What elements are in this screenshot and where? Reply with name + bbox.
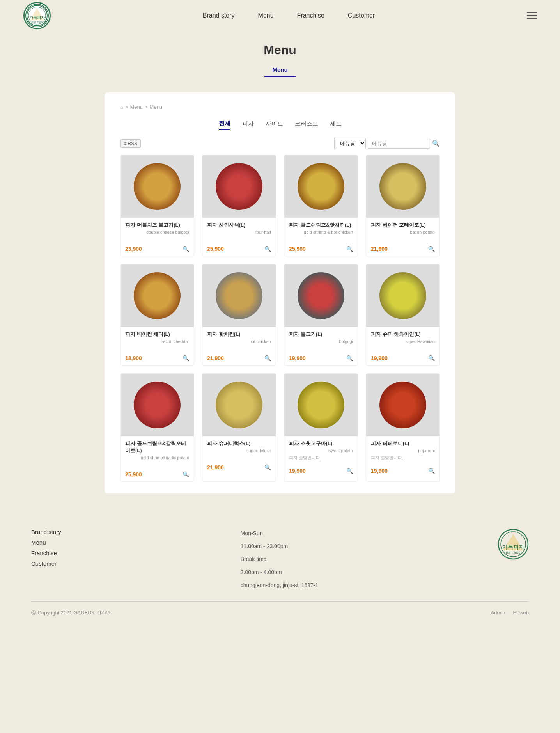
product-detail-button[interactable]: 🔍 [346, 355, 353, 361]
product-name: 피자 불고기(L) [289, 331, 353, 338]
product-card: 피자 골드쉬림프&갈릭포테이토(L) gold shrimp&garlic po… [120, 373, 194, 482]
product-image [366, 264, 439, 327]
toolbar: ≡ RSS 메뉴명 🔍 [120, 138, 440, 149]
product-footer: 25,900 🔍 [284, 246, 358, 256]
footer-admin-link[interactable]: Admin [491, 610, 505, 616]
product-sub: bulgogi [289, 339, 353, 344]
cat-tab-side[interactable]: 사이드 [266, 118, 283, 130]
category-tabs: 전체 피자 사이드 크러스트 세트 [120, 118, 440, 130]
product-name: 피자 페페로니(L) [371, 440, 435, 447]
product-sub: gold shrimp&garlic potato [125, 455, 189, 460]
footer-hours: 11.00am - 23.00pm [241, 541, 318, 551]
page-title: Menu [0, 43, 560, 57]
product-detail-button[interactable]: 🔍 [183, 471, 189, 477]
product-info: 피자 핫치킨(L) hot chicken [202, 327, 276, 355]
product-detail-button[interactable]: 🔍 [264, 246, 271, 252]
pizza-circle [134, 272, 181, 319]
footer-address: chungjeon-dong, jinju-si, 1637-1 [241, 580, 318, 590]
svg-text:EST. 2020: EST. 2020 [32, 21, 43, 23]
product-detail-button[interactable]: 🔍 [428, 246, 435, 252]
product-detail-button[interactable]: 🔍 [264, 464, 271, 470]
product-footer: 21,900 🔍 [202, 464, 276, 474]
product-info: 피자 사인사색(L) four-half [202, 218, 276, 246]
product-price: 19,900 [371, 355, 388, 361]
nav-customer[interactable]: Customer [348, 12, 375, 19]
footer-hdweb-link[interactable]: Hdweb [513, 610, 529, 616]
product-price: 21,900 [207, 464, 224, 470]
pizza-circle [216, 272, 262, 319]
cat-tab-set[interactable]: 세트 [330, 118, 342, 130]
product-detail-button[interactable]: 🔍 [346, 246, 353, 252]
product-detail-button[interactable]: 🔍 [183, 355, 189, 361]
cat-tab-all[interactable]: 전체 [219, 118, 230, 130]
rss-button[interactable]: ≡ RSS [120, 139, 141, 148]
product-footer: 25,900 🔍 [202, 246, 276, 256]
pizza-circle [298, 163, 344, 210]
product-grid: 피자 더블치즈 불고기(L) double cheese bulgogi 23,… [120, 155, 440, 482]
product-footer: 19,900 🔍 [284, 468, 358, 478]
product-price: 19,900 [371, 468, 388, 474]
product-footer: 21,900 🔍 [202, 355, 276, 365]
breadcrumb-level1: Menu [130, 104, 143, 110]
footer: Brand story Menu Franchise Customer Mon-… [0, 509, 560, 628]
pizza-visual [121, 155, 194, 218]
main-content: ⌂ > Menu > Menu 전체 피자 사이드 크러스트 세트 ≡ RSS … [105, 92, 455, 493]
product-price: 25,900 [207, 246, 224, 252]
main-nav: Brand story Menu Franchise Customer [203, 12, 375, 19]
product-footer: 18,900 🔍 [121, 355, 194, 365]
search-category-select[interactable]: 메뉴명 [334, 138, 366, 149]
product-info: 피자 스윗고구마(L) sweet potato 피자 설명입니다. [284, 436, 358, 468]
product-sub: super Hawaiian [371, 339, 435, 344]
product-footer: 21,900 🔍 [366, 246, 439, 256]
product-price: 25,900 [289, 246, 306, 252]
cat-tab-crust[interactable]: 크러스트 [295, 118, 318, 130]
search-input[interactable] [368, 138, 430, 149]
product-detail-button[interactable]: 🔍 [346, 468, 353, 474]
pizza-circle [298, 382, 344, 428]
product-detail-button[interactable]: 🔍 [264, 355, 271, 361]
product-info: 피자 불고기(L) bulgogi [284, 327, 358, 355]
product-desc: 피자 설명입니다. [289, 455, 353, 461]
pizza-visual [202, 264, 276, 327]
product-detail-button[interactable]: 🔍 [428, 355, 435, 361]
search-button[interactable]: 🔍 [432, 140, 440, 147]
hamburger-menu[interactable] [527, 12, 537, 19]
footer-hours-label: Mon-Sun [241, 529, 318, 538]
pizza-visual [366, 264, 439, 327]
product-name: 피자 스윗고구마(L) [289, 440, 353, 447]
product-card: 피자 베이컨 체다(L) bacon cheddar 18,900 🔍 [120, 264, 194, 366]
product-price: 21,900 [207, 355, 224, 361]
product-sub: hot chicken [207, 339, 271, 344]
nav-franchise[interactable]: Franchise [297, 12, 324, 19]
footer-content: Brand story Menu Franchise Customer Mon-… [31, 529, 529, 593]
product-name: 피자 더블치즈 불고기(L) [125, 222, 189, 229]
footer-logo: 가득피자 EST. 2020 [498, 529, 529, 560]
product-price: 18,900 [125, 355, 142, 361]
footer-brand-story[interactable]: Brand story [31, 529, 61, 535]
pizza-circle [134, 382, 181, 428]
pizza-visual [202, 155, 276, 218]
product-sub: four-half [207, 230, 271, 234]
product-footer: 19,900 🔍 [366, 355, 439, 365]
logo[interactable]: 가득피자 EST. 2020 [23, 2, 51, 29]
cat-tab-pizza[interactable]: 피자 [242, 118, 254, 130]
product-info: 피자 슈퍼디럭스(L) super deluxe [202, 436, 276, 464]
pizza-visual [366, 374, 439, 436]
footer-franchise[interactable]: Franchise [31, 550, 61, 556]
footer-customer[interactable]: Customer [31, 560, 61, 567]
footer-menu[interactable]: Menu [31, 539, 61, 546]
product-image [284, 374, 358, 436]
product-sub: gold shrimp & hot chicken [289, 230, 353, 234]
product-sub: bacon cheddar [125, 339, 189, 344]
product-card: 피자 페페로니(L) peperoni 피자 설명입니다. 19,900 🔍 [366, 373, 440, 482]
product-name: 피자 슈퍼디럭스(L) [207, 440, 271, 447]
product-info: 피자 베이컨 포테이토(L) bacon potato [366, 218, 439, 246]
product-card: 피자 슈퍼디럭스(L) super deluxe 21,900 🔍 [202, 373, 276, 482]
product-detail-button[interactable]: 🔍 [428, 468, 435, 474]
page-tab-menu[interactable]: Menu [264, 63, 295, 77]
footer-info: Mon-Sun 11.00am - 23.00pm Break time 3.0… [241, 529, 318, 593]
nav-menu[interactable]: Menu [258, 12, 274, 19]
pizza-circle [379, 163, 426, 210]
product-detail-button[interactable]: 🔍 [183, 246, 189, 252]
nav-brand-story[interactable]: Brand story [203, 12, 235, 19]
